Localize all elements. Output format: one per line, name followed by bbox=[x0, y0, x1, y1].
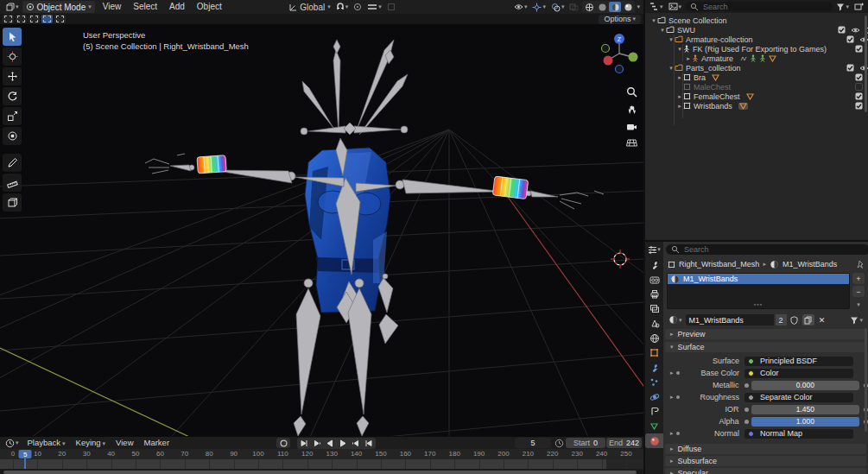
transform-orientation-dropdown[interactable]: Global ▾ bbox=[287, 1, 332, 13]
gizmos-dropdown[interactable]: ▾ bbox=[530, 1, 548, 13]
select-mode-extend[interactable] bbox=[16, 15, 27, 23]
pan-nav-button[interactable] bbox=[626, 104, 637, 116]
expander-icon[interactable]: ▾ bbox=[668, 65, 675, 72]
extra-header-icon[interactable] bbox=[385, 1, 397, 13]
timeline-menu-keying[interactable]: Keying ▾ bbox=[71, 437, 111, 450]
frame-end-field[interactable]: End242 bbox=[606, 438, 642, 448]
remove-slot-button[interactable]: − bbox=[852, 286, 865, 297]
jump-prev-keyframe-button[interactable] bbox=[311, 439, 323, 448]
selectability-checkbox[interactable] bbox=[855, 92, 863, 100]
camera-nav-button[interactable] bbox=[626, 123, 637, 131]
timeline-track-area[interactable] bbox=[0, 459, 643, 469]
new-material-button[interactable] bbox=[802, 314, 814, 325]
tab-object[interactable] bbox=[645, 345, 663, 360]
selectability-checkbox[interactable] bbox=[855, 73, 863, 81]
properties-editor-type-button[interactable]: ▾ bbox=[645, 242, 663, 257]
selectability-checkbox[interactable] bbox=[855, 45, 863, 53]
move-tool[interactable] bbox=[3, 67, 22, 85]
expander-icon[interactable]: ▾ bbox=[650, 17, 657, 24]
property-menu-field[interactable]: Separate Color bbox=[744, 393, 853, 402]
snap-toggle[interactable]: ▾ bbox=[334, 1, 351, 13]
timeline-menu-marker[interactable]: Marker bbox=[139, 437, 175, 450]
users-count-button[interactable]: 2 bbox=[776, 314, 787, 325]
menu-view[interactable]: View bbox=[97, 0, 128, 14]
tab-material[interactable] bbox=[645, 433, 663, 448]
outliner-display-mode-dropdown[interactable]: ▾ bbox=[667, 1, 684, 13]
new-collection-button[interactable] bbox=[852, 1, 865, 13]
slot-specials-dropdown[interactable]: ▾ bbox=[852, 299, 865, 310]
material-name-field[interactable]: M1_WristBands bbox=[686, 314, 774, 325]
auto-keying-toggle[interactable] bbox=[276, 438, 290, 448]
tab-constraints[interactable] bbox=[645, 404, 663, 419]
preview-range-clock-button[interactable] bbox=[553, 438, 565, 448]
select-mode-invert[interactable] bbox=[41, 15, 53, 23]
menu-add[interactable]: Add bbox=[163, 0, 191, 14]
selectability-checkbox[interactable] bbox=[838, 26, 846, 34]
tab-physics[interactable] bbox=[645, 389, 663, 404]
property-menu-field[interactable]: Principled BSDF bbox=[744, 357, 853, 366]
unlink-material-button[interactable]: ✕ bbox=[816, 314, 828, 325]
properties-search-input[interactable] bbox=[682, 244, 865, 255]
outliner-editor-type-button[interactable]: ▾ bbox=[648, 1, 665, 13]
properties-search[interactable] bbox=[666, 244, 868, 255]
fake-user-toggle[interactable] bbox=[789, 314, 801, 325]
property-menu-field[interactable]: Color bbox=[744, 369, 853, 378]
panel-subsurface[interactable]: ▸Subsurface bbox=[665, 456, 866, 466]
zoom-nav-button[interactable] bbox=[626, 86, 637, 98]
shading-dropdown[interactable]: ▾ bbox=[637, 3, 640, 10]
cursor-tool[interactable] bbox=[3, 47, 22, 66]
outliner-row-armature-collection[interactable]: ▾Armature-collection bbox=[645, 35, 868, 44]
jump-to-start-button[interactable] bbox=[298, 439, 310, 448]
tab-output[interactable] bbox=[645, 287, 663, 301]
scale-tool[interactable] bbox=[3, 107, 22, 125]
breadcrumb-material[interactable]: M1_WristBands bbox=[782, 260, 837, 269]
viewport-3d[interactable]: User Perspective (5) Scene Collection | … bbox=[0, 24, 643, 436]
add-cube-tool[interactable] bbox=[3, 193, 22, 212]
tab-world[interactable] bbox=[645, 331, 663, 345]
left-wristband[interactable] bbox=[197, 155, 226, 174]
timeline-ruler[interactable]: 0102030405060708090100110120130140150160… bbox=[0, 449, 643, 459]
outliner-row-malechest[interactable]: MaleChest bbox=[645, 82, 868, 92]
expander-icon[interactable]: ▾ bbox=[659, 27, 666, 34]
panel-diffuse[interactable]: ▸Diffuse bbox=[665, 444, 866, 454]
outliner-search[interactable] bbox=[685, 2, 833, 11]
outliner-row-bra[interactable]: ▸Bra bbox=[645, 73, 868, 82]
tab-scene[interactable] bbox=[645, 316, 663, 331]
outliner-row-armature[interactable]: ▸Armature bbox=[645, 54, 868, 63]
expander-icon[interactable]: ▸ bbox=[676, 93, 683, 100]
outliner-row-swu[interactable]: ▾SWU bbox=[645, 25, 868, 35]
tab-view-layer[interactable] bbox=[645, 301, 663, 316]
material-slot-item[interactable]: M1_WristBands bbox=[668, 274, 849, 284]
measure-tool[interactable] bbox=[3, 174, 22, 192]
gizmo-y-neg[interactable] bbox=[602, 45, 610, 53]
expander-icon[interactable]: ▸ bbox=[676, 74, 683, 81]
shading-solid[interactable] bbox=[596, 2, 608, 12]
outliner-row-wristbands[interactable]: ▸Wristbands bbox=[645, 101, 868, 111]
right-wristband[interactable] bbox=[492, 176, 528, 199]
navigation-gizmo[interactable]: Z bbox=[599, 31, 640, 74]
play-reverse-button[interactable] bbox=[324, 439, 336, 448]
list-resize-grip[interactable]: ▪▪▪ bbox=[754, 301, 763, 307]
jump-next-keyframe-button[interactable] bbox=[350, 439, 362, 448]
shading-material-preview[interactable] bbox=[609, 2, 621, 12]
gizmo-z-neg[interactable] bbox=[616, 66, 624, 73]
select-mode-intersect[interactable] bbox=[54, 15, 66, 23]
panel-preview[interactable]: ▸Preview bbox=[665, 329, 866, 339]
transform-tool[interactable] bbox=[3, 127, 22, 145]
playhead-badge[interactable]: 5 bbox=[19, 450, 32, 458]
overlays-dropdown[interactable]: ▾ bbox=[549, 1, 567, 13]
selectability-checkbox[interactable] bbox=[855, 102, 863, 110]
select-mode-set[interactable] bbox=[3, 15, 14, 23]
timeline-editor-type-button[interactable]: ▾ bbox=[3, 437, 21, 449]
proportional-falloff-dropdown[interactable]: ▾ bbox=[365, 1, 383, 13]
gizmo-x-axis[interactable] bbox=[604, 56, 613, 66]
frame-start-field[interactable]: Start0 bbox=[566, 438, 605, 448]
expander-icon[interactable]: ▸ bbox=[685, 55, 692, 62]
property-menu-field[interactable]: Normal Map bbox=[744, 429, 853, 439]
tab-tool[interactable] bbox=[645, 257, 663, 272]
rotate-tool[interactable] bbox=[3, 87, 22, 105]
outliner-row-parts-collection[interactable]: ▾Parts_collection bbox=[645, 63, 868, 73]
select-mode-subtract[interactable] bbox=[29, 15, 40, 23]
expander-icon[interactable]: ▾ bbox=[668, 36, 675, 43]
tab-render[interactable] bbox=[645, 272, 663, 287]
